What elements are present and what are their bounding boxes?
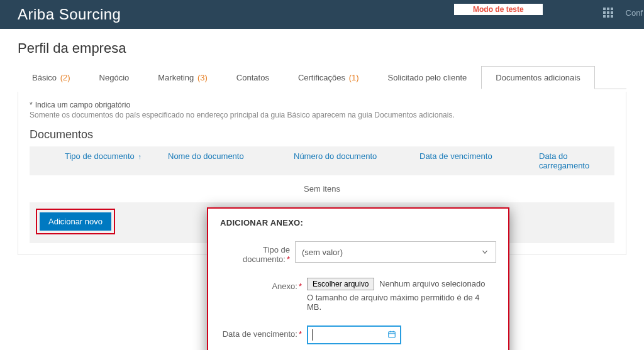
calendar-icon[interactable] [387, 330, 396, 341]
tab-marketing[interactable]: Marketing (3) [143, 66, 222, 89]
tipo-select[interactable]: (sem valor) [295, 241, 496, 263]
sub-note: Somente os documentos do país especifica… [30, 111, 614, 119]
apps-grid-icon[interactable] [603, 8, 613, 18]
anexo-label: Anexo:* [220, 278, 302, 291]
tab-basico[interactable]: Básico (2) [18, 66, 85, 89]
page-title: Perfil da empresa [18, 40, 626, 57]
anexo-label-text: Anexo: [272, 282, 297, 291]
table-empty: Sem itens [30, 175, 614, 202]
file-status: Nenhum arquivo selecionado [379, 279, 485, 288]
tab-contatos[interactable]: Contatos [222, 66, 284, 89]
test-mode-badge: Modo de teste [454, 4, 543, 15]
add-new-highlight: Adicionar novo [36, 209, 115, 234]
tab-label: Certificações [298, 73, 345, 82]
tab-label: Negócio [99, 73, 130, 82]
modal-title: ADICIONAR ANEXO: [208, 208, 509, 234]
config-link[interactable]: Conf [626, 8, 643, 18]
tab-bar: Básico (2) Negócio Marketing (3) Contato… [18, 65, 626, 89]
tab-label: Marketing [158, 73, 194, 82]
tab-documentos[interactable]: Documentos adicionais [481, 66, 594, 89]
tab-certificacoes[interactable]: Certificações (1) [284, 66, 374, 89]
col-vencimento[interactable]: Data de vencimento [419, 151, 539, 170]
section-title: Documentos [30, 128, 614, 141]
text-cursor [312, 329, 313, 341]
data-label-text: Data de vencimento: [223, 329, 297, 339]
required-note-text: Indica um campo obrigatório [35, 101, 130, 109]
tipo-select-value: (sem valor) [302, 248, 343, 257]
tab-count: (2) [60, 73, 70, 82]
add-attachment-modal: ADICIONAR ANEXO: Tipo de documento:* (se… [207, 207, 509, 350]
required-note: *Indica um campo obrigatório [30, 101, 614, 109]
tab-label: Básico [32, 73, 57, 82]
brand-title: Ariba Sourcing [18, 6, 121, 23]
tab-label: Contatos [236, 73, 269, 82]
tab-negocio[interactable]: Negócio [85, 66, 144, 89]
table-header: Tipo de documento ↑ Nome do documento Nú… [30, 146, 614, 175]
sort-asc-icon: ↑ [138, 153, 142, 160]
choose-file-button[interactable]: Escolher arquivo [307, 278, 374, 290]
tab-count: (3) [197, 73, 208, 82]
col-carregamento[interactable]: Data do carregamento [539, 151, 614, 170]
tab-label: Documentos adicionais [496, 73, 580, 82]
col-tipo[interactable]: Tipo de documento ↑ [30, 151, 168, 170]
col-nome[interactable]: Nome do documento [168, 151, 294, 170]
add-new-button[interactable]: Adicionar novo [40, 212, 111, 231]
col-label: Tipo de documento [65, 151, 135, 161]
tab-label: Solicitado pelo cliente [388, 73, 467, 82]
tab-count: (1) [349, 73, 359, 82]
due-date-input[interactable] [307, 325, 401, 344]
col-numero[interactable]: Número do documento [294, 151, 419, 170]
chevron-down-icon [480, 248, 489, 256]
svg-rect-0 [389, 331, 396, 337]
file-hint: O tamanho de arquivo máximo permitido é … [307, 293, 496, 312]
tipo-label: Tipo de documento:* [220, 241, 290, 264]
data-label: Data de vencimento:* [220, 325, 302, 339]
tab-solicitado[interactable]: Solicitado pelo cliente [374, 66, 482, 89]
tipo-label-text: Tipo de documento: [243, 245, 290, 264]
